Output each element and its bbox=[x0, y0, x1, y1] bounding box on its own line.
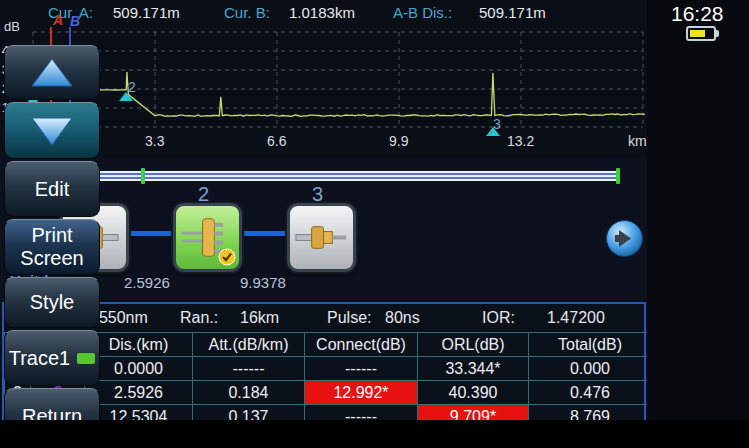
pulse-label: Pulse: bbox=[327, 309, 371, 327]
slider-tick-end[interactable] bbox=[616, 168, 620, 184]
otdr-screen: Cur. A: 509.171m Cur. B: 1.0183km A-B Di… bbox=[0, 0, 749, 448]
col-connect: Connect(dB) bbox=[305, 333, 418, 357]
measurement-params: Wave: 1550nm Ran.: 16km Pulse: 80ns IOR:… bbox=[4, 304, 644, 332]
cursor-up-button[interactable] bbox=[4, 45, 100, 100]
cell-orl: 33.344* bbox=[418, 357, 529, 381]
cell-orl: 40.390 bbox=[418, 381, 529, 405]
pulse-value: 80ns bbox=[385, 309, 420, 327]
cell-connect: ------ bbox=[305, 357, 418, 381]
event-2-number: 2 bbox=[128, 79, 136, 95]
ior-value: 1.47200 bbox=[547, 309, 605, 327]
cell-total: 0.000 bbox=[529, 357, 652, 381]
cell-dis: 2.5926 bbox=[85, 381, 193, 405]
battery-icon bbox=[686, 26, 716, 41]
bottom-black-strip bbox=[0, 420, 749, 448]
slider-tick-mid[interactable] bbox=[141, 168, 145, 184]
col-dis: Dis.(km) bbox=[85, 333, 193, 357]
distance-1-2: 2.5926 bbox=[124, 274, 170, 291]
ior-label: IOR: bbox=[482, 309, 515, 327]
col-total: Total(dB) bbox=[529, 333, 652, 357]
x-axis-unit: km bbox=[628, 133, 647, 149]
x-tick-6: 6.6 bbox=[267, 133, 286, 149]
clock: 16:28 bbox=[671, 2, 724, 26]
next-event-button[interactable] bbox=[606, 220, 643, 257]
cell-dis: 0.0000 bbox=[85, 357, 193, 381]
print-screen-button[interactable]: Print Screen bbox=[4, 219, 100, 275]
edit-button[interactable]: Edit bbox=[4, 161, 100, 217]
battery-level bbox=[690, 30, 705, 37]
connector-icon bbox=[290, 206, 353, 269]
cursor-b-flag[interactable]: B bbox=[70, 13, 80, 29]
cell-att: ------ bbox=[193, 357, 305, 381]
range-slider[interactable] bbox=[14, 171, 620, 181]
table-header-row: Style Dis.(km) Att.(dB/km) Connect(dB) O… bbox=[5, 333, 652, 357]
check-badge-icon bbox=[218, 248, 236, 266]
fiber-link-2-3 bbox=[236, 231, 289, 236]
event-3-number: 3 bbox=[493, 116, 501, 132]
trace1-label: Trace1 bbox=[9, 347, 71, 370]
x-tick-9: 9.9 bbox=[389, 133, 408, 149]
sidebar bbox=[647, 0, 749, 420]
cell-total: 0.476 bbox=[529, 381, 652, 405]
trace-color-chip bbox=[77, 353, 95, 364]
cursor-down-button[interactable] bbox=[4, 102, 100, 159]
style-button[interactable]: Style bbox=[4, 277, 100, 328]
cell-att: 0.184 bbox=[193, 381, 305, 405]
col-orl: ORL(dB) bbox=[418, 333, 529, 357]
event-table: Style Dis.(km) Att.(dB/km) Connect(dB) O… bbox=[4, 332, 652, 429]
arrow-up-icon bbox=[22, 55, 82, 91]
table-row[interactable]: 1 ⊢ 0.0000 ------ ------ 33.344* 0.000 bbox=[5, 357, 652, 381]
x-tick-3: 3.3 bbox=[145, 133, 164, 149]
cursor-a-flag[interactable]: A bbox=[53, 12, 63, 28]
distance-2-3: 9.9378 bbox=[240, 274, 286, 291]
arrow-down-icon bbox=[22, 113, 82, 149]
col-att: Att.(dB/km) bbox=[193, 333, 305, 357]
event-icon-3[interactable] bbox=[287, 203, 356, 272]
table-row[interactable]: 2 Ɛ 2.5926 0.184 12.992* 40.390 0.476 bbox=[5, 381, 652, 405]
trace1-button[interactable]: Trace1 bbox=[4, 330, 100, 386]
event-icon-2-selected[interactable] bbox=[173, 203, 242, 272]
range-value: 16km bbox=[240, 309, 279, 327]
cell-connect: 12.992* bbox=[305, 381, 418, 405]
range-label: Ran.: bbox=[180, 309, 218, 327]
x-tick-13: 13.2 bbox=[507, 133, 534, 149]
arrow-right-icon bbox=[606, 220, 643, 257]
fiber-link-1-2 bbox=[123, 231, 175, 236]
